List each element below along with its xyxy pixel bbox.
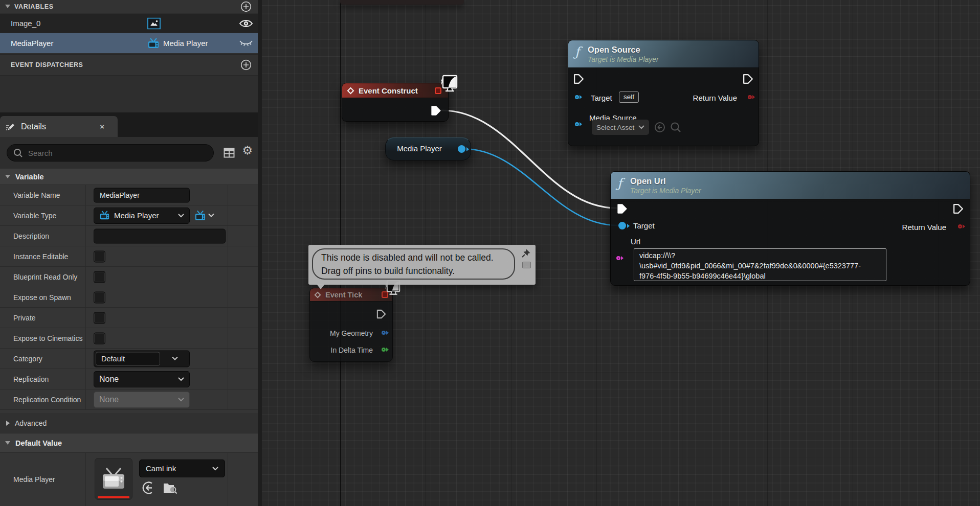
use-selected-asset-icon[interactable]: [142, 481, 155, 495]
node-open-source[interactable]: ƒ Open Source Target is Media Player Tar…: [568, 40, 759, 146]
media-player-asset-thumbnail[interactable]: [95, 458, 132, 500]
visibility-eye-open-icon[interactable]: [239, 18, 253, 29]
field-row-blueprint-read-only: Blueprint Read Only: [0, 267, 258, 287]
category-combobox[interactable]: Default: [94, 350, 190, 367]
event-diamond-icon: [346, 86, 355, 95]
details-tab-title: Details: [21, 122, 46, 131]
media-player-asset-dropdown[interactable]: CamLink: [139, 459, 225, 477]
image-widget-icon: [147, 17, 161, 29]
tooltip-pushpin-icon[interactable]: [521, 248, 531, 258]
expose-to-cinematics-checkbox[interactable]: [94, 332, 105, 344]
media-player-type-icon: [147, 38, 160, 49]
category-text-field[interactable]: Default: [96, 352, 160, 365]
variable-type-text: Media Player: [163, 39, 208, 48]
variable-section-header[interactable]: Variable: [0, 169, 258, 185]
details-pencil-icon: [5, 121, 16, 132]
data-wire-mediaplayer-to-target: [463, 149, 618, 225]
offscreen-node-edge: [340, 0, 464, 5]
media-player-type-icon: [194, 210, 206, 221]
display-filter-table-icon[interactable]: [223, 147, 235, 159]
media-player-type-icon: [99, 211, 110, 220]
default-value-section-header[interactable]: Default Value: [0, 433, 258, 453]
target-input-pin-connected[interactable]: [618, 222, 626, 229]
panel-resize-divider[interactable]: [258, 0, 262, 506]
target-input-pin[interactable]: [575, 95, 579, 99]
node-open-url[interactable]: ƒ Open Url Target is Media Player Target…: [610, 171, 970, 286]
expand-arrow-icon: [6, 421, 10, 426]
visibility-eye-closed-icon[interactable]: [239, 39, 253, 48]
url-value-input[interactable]: vidcap://\\? \usb#vid_0fd9&pid_0066&mi_0…: [634, 248, 886, 281]
replication-dropdown[interactable]: None: [94, 371, 190, 387]
exec-in-pin-connected[interactable]: [616, 203, 628, 215]
private-checkbox[interactable]: [94, 312, 105, 324]
exec-in-pin[interactable]: [573, 73, 585, 85]
variable-name-text: Image_0: [11, 19, 40, 28]
browse-to-asset-icon-disabled: [670, 121, 682, 133]
variables-section-header[interactable]: VARIABLES: [0, 0, 258, 13]
node-event-construct[interactable]: Event Construct: [342, 83, 449, 122]
field-row-expose-on-spawn: Expose on Spawn: [0, 287, 258, 308]
browse-to-asset-icon[interactable]: [163, 481, 177, 495]
return-value-pin[interactable]: [958, 224, 962, 228]
variable-name-text: MediaPlayer: [11, 39, 53, 48]
event-dispatchers-section-header[interactable]: EVENT DISPATCHERS: [0, 54, 258, 76]
blueprint-read-only-checkbox[interactable]: [94, 271, 105, 283]
details-search-box[interactable]: [7, 144, 214, 162]
collapse-arrow-icon: [5, 5, 10, 8]
exec-out-pin[interactable]: [430, 105, 442, 117]
field-row-variable-type: Variable Type Media Player: [0, 205, 258, 226]
advanced-section-header[interactable]: Advanced: [0, 413, 258, 433]
settings-gear-icon[interactable]: ⚙: [242, 145, 253, 156]
select-asset-dropdown[interactable]: Select Asset: [592, 120, 649, 135]
chevron-down-icon: [178, 377, 184, 381]
function-f-icon: ƒ: [617, 176, 622, 191]
chevron-down-icon: [178, 398, 184, 402]
exec-out-pin[interactable]: [742, 73, 754, 85]
exec-out-pin[interactable]: [952, 203, 964, 215]
chevron-down-icon: [638, 125, 644, 129]
my-geometry-output-pin[interactable]: [382, 331, 386, 335]
blueprint-graph-canvas[interactable]: Event Construct Media Player ƒ Ope: [262, 0, 980, 506]
variable-name-input[interactable]: MediaPlayer: [94, 188, 190, 202]
self-default-value[interactable]: self: [619, 91, 639, 103]
chevron-down-icon: [172, 357, 178, 361]
field-row-replication-condition: Replication Condition None: [0, 389, 258, 410]
media-source-input-pin[interactable]: [575, 122, 579, 126]
function-f-icon: ƒ: [575, 44, 580, 59]
chevron-down-icon: [212, 467, 218, 471]
tooltip-more-icon: …: [522, 262, 531, 268]
variable-row-image0[interactable]: Image_0: [0, 14, 258, 33]
field-row-variable-name: Variable Name MediaPlayer: [0, 185, 258, 205]
details-property-grid: Variable Name MediaPlayer Variable Type …: [0, 185, 258, 413]
variable-row-mediaplayer-selected[interactable]: MediaPlayer Media Player: [0, 33, 258, 53]
asset-type-color-bar: [98, 496, 129, 498]
container-type-dropdown[interactable]: [194, 210, 214, 221]
return-value-pin[interactable]: [748, 95, 752, 99]
variables-title: VARIABLES: [14, 3, 54, 10]
add-event-dispatcher-button[interactable]: [240, 59, 252, 71]
event-diamond-icon: [314, 291, 322, 299]
node-media-player-getter[interactable]: Media Player: [385, 137, 471, 160]
url-string-input-pin[interactable]: [616, 256, 620, 260]
variable-type-dropdown[interactable]: Media Player: [94, 208, 190, 224]
node-event-tick-disabled[interactable]: Event Tick My Geometry In Delta Time: [309, 288, 393, 362]
expose-on-spawn-checkbox[interactable]: [94, 291, 105, 303]
replication-condition-dropdown-disabled: None: [94, 392, 190, 408]
chevron-down-icon: [208, 214, 214, 218]
close-tab-button[interactable]: ×: [100, 122, 104, 131]
unreal-blueprint-editor: VARIABLES Image_0 MediaPlayer: [0, 0, 980, 506]
field-row-expose-to-cinematics: Expose to Cinematics: [0, 328, 258, 349]
description-input[interactable]: [94, 228, 226, 243]
in-delta-time-output-pin[interactable]: [382, 348, 386, 352]
exec-out-pin[interactable]: [376, 309, 387, 319]
collapse-arrow-icon: [5, 175, 10, 178]
add-variable-button[interactable]: [240, 1, 252, 12]
instance-editable-checkbox[interactable]: [94, 250, 105, 262]
details-search-row: ⚙: [0, 137, 258, 169]
media-player-output-pin[interactable]: [458, 145, 465, 153]
tab-details[interactable]: Details ×: [0, 116, 118, 137]
my-blueprint-panel: VARIABLES Image_0 MediaPlayer: [0, 0, 258, 506]
default-value-row: Media Player CamLink: [0, 453, 258, 506]
tooltip-text-bubble: This node is disabled and will not be ca…: [312, 248, 515, 280]
search-input[interactable]: [28, 149, 182, 157]
